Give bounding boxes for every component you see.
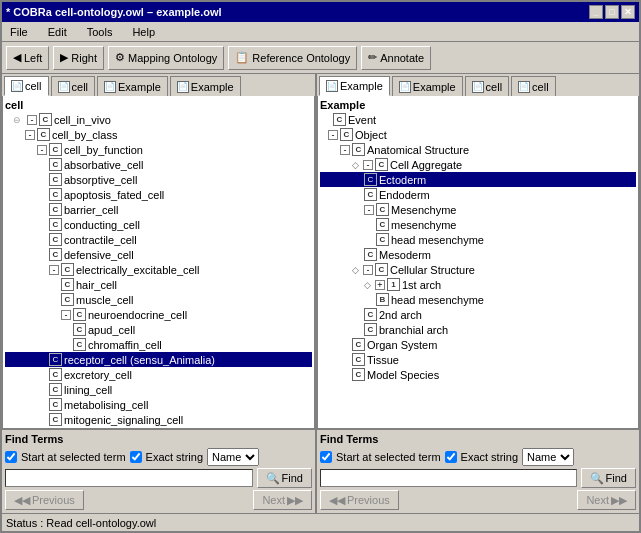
list-item[interactable]: C Tissue — [320, 352, 636, 367]
right-tab-icon-3: 📄 — [518, 81, 530, 93]
list-item[interactable]: C defensive_cell — [5, 247, 312, 262]
list-item[interactable]: B head mesenchyme — [320, 292, 636, 307]
list-item[interactable]: C Event — [320, 112, 636, 127]
right-name-select[interactable]: Name — [522, 448, 574, 466]
list-item[interactable]: C Organ System — [320, 337, 636, 352]
list-item[interactable]: C Mesoderm — [320, 247, 636, 262]
close-button[interactable]: ✕ — [621, 5, 635, 19]
list-item[interactable]: - C cell_by_class — [5, 127, 312, 142]
status-text: Status : Read cell-ontology.owl — [6, 517, 156, 529]
tab-icon-0: 📄 — [11, 80, 23, 92]
tab-icon-3: 📄 — [177, 81, 189, 93]
node-icon: C — [376, 203, 389, 216]
left-find-input-row: 🔍 Find — [5, 468, 312, 488]
right-exact-string-checkbox[interactable] — [445, 451, 457, 463]
menu-help[interactable]: Help — [128, 25, 159, 39]
list-item[interactable]: ◇ + 1 1st arch — [320, 277, 636, 292]
minimize-button[interactable]: _ — [589, 5, 603, 19]
menu-edit[interactable]: Edit — [44, 25, 71, 39]
list-item[interactable]: C absorbative_cell — [5, 157, 312, 172]
list-item[interactable]: C head mesenchyme — [320, 232, 636, 247]
list-item[interactable]: C apud_cell — [5, 322, 312, 337]
expand-icon[interactable]: - — [27, 115, 37, 125]
list-item[interactable]: C conducting_cell — [5, 217, 312, 232]
expand-icon[interactable]: - — [49, 265, 59, 275]
right-tree[interactable]: Example C Event - C Object - C — [317, 96, 639, 429]
mapping-ontology-button[interactable]: ⚙ Mapping Ontology — [108, 46, 224, 70]
left-tree[interactable]: cell ⊖ - C cell_in_vivo - C cell_by_clas… — [2, 96, 315, 429]
list-item[interactable]: ◇ - C Cellular Structure — [320, 262, 636, 277]
left-name-select[interactable]: Name — [207, 448, 259, 466]
left-find-button[interactable]: 🔍 Find — [257, 468, 312, 488]
right-tab-2[interactable]: 📄 cell — [465, 76, 510, 96]
list-item[interactable]: C hair_cell — [5, 277, 312, 292]
right-prev-arrow-icon: ◀◀ — [329, 494, 345, 507]
right-tab-1[interactable]: 📄 Example — [392, 76, 463, 96]
left-previous-button[interactable]: ◀◀ Previous — [5, 490, 84, 510]
reference-ontology-button[interactable]: 📋 Reference Ontology — [228, 46, 357, 70]
list-item[interactable]: C Ectoderm — [320, 172, 636, 187]
list-item[interactable]: C apoptosis_fated_cell — [5, 187, 312, 202]
menu-file[interactable]: File — [6, 25, 32, 39]
list-item[interactable]: C mitogenic_signaling_cell — [5, 412, 312, 427]
left-next-button[interactable]: Next ▶▶ — [253, 490, 312, 510]
list-item[interactable]: C mesenchyme — [320, 217, 636, 232]
list-item[interactable]: ◇ - C Cell Aggregate — [320, 157, 636, 172]
node-icon: C — [73, 308, 86, 321]
left-start-at-selected-checkbox[interactable] — [5, 451, 17, 463]
left-search-input[interactable] — [5, 469, 253, 487]
right-tab-0[interactable]: 📄 Example — [319, 76, 390, 96]
list-item[interactable]: C receptor_cell (sensu_Animalia) — [5, 352, 312, 367]
list-item[interactable]: C absorptive_cell — [5, 172, 312, 187]
list-item[interactable]: - C cell_by_function — [5, 142, 312, 157]
right-start-at-selected-checkbox[interactable] — [320, 451, 332, 463]
tree-root-right: Example — [320, 98, 636, 112]
right-search-input[interactable] — [320, 469, 577, 487]
list-item[interactable]: - C neuroendocrine_cell — [5, 307, 312, 322]
expand-icon[interactable]: - — [328, 130, 338, 140]
expand-icon[interactable]: - — [61, 310, 71, 320]
right-previous-button[interactable]: ◀◀ Previous — [320, 490, 399, 510]
list-item[interactable]: C chromaffin_cell — [5, 337, 312, 352]
tree-root-left: cell — [5, 98, 312, 112]
node-icon: 1 — [387, 278, 400, 291]
node-icon: C — [49, 368, 62, 381]
right-tab-3[interactable]: 📄 cell — [511, 76, 556, 96]
left-tab-3[interactable]: 📄 Example — [170, 76, 241, 96]
list-item[interactable]: - C Anatomical Structure — [320, 142, 636, 157]
list-item[interactable]: - C electrically_excitable_cell — [5, 262, 312, 277]
right-next-button[interactable]: Next ▶▶ — [577, 490, 636, 510]
list-item[interactable]: C barrier_cell — [5, 202, 312, 217]
expand-icon[interactable]: - — [363, 265, 373, 275]
list-item[interactable]: C contractile_cell — [5, 232, 312, 247]
expand-icon[interactable]: - — [37, 145, 47, 155]
maximize-button[interactable]: □ — [605, 5, 619, 19]
expand-icon[interactable]: - — [363, 160, 373, 170]
expand-icon[interactable]: - — [25, 130, 35, 140]
expand-icon[interactable]: - — [340, 145, 350, 155]
left-tab-1[interactable]: 📄 cell — [51, 76, 96, 96]
right-button[interactable]: ▶ Right — [53, 46, 104, 70]
list-item[interactable]: C branchial arch — [320, 322, 636, 337]
list-item[interactable]: C lining_cell — [5, 382, 312, 397]
expand-icon[interactable]: + — [375, 280, 385, 290]
list-item[interactable]: - C Object — [320, 127, 636, 142]
expand-icon[interactable]: - — [364, 205, 374, 215]
list-item[interactable]: - C Mesenchyme — [320, 202, 636, 217]
list-item[interactable]: C excretory_cell — [5, 367, 312, 382]
left-exact-string-checkbox[interactable] — [130, 451, 142, 463]
list-item[interactable]: C Endoderm — [320, 187, 636, 202]
menu-tools[interactable]: Tools — [83, 25, 117, 39]
node-icon: C — [73, 323, 86, 336]
list-item[interactable]: ⊖ - C cell_in_vivo — [5, 112, 312, 127]
list-item[interactable]: C muscle_cell — [5, 292, 312, 307]
list-item[interactable]: C metabolising_cell — [5, 397, 312, 412]
left-tab-0[interactable]: 📄 cell — [4, 76, 49, 96]
list-item[interactable]: C Model Species — [320, 367, 636, 382]
right-find-button[interactable]: 🔍 Find — [581, 468, 636, 488]
annotate-button[interactable]: ✏ Annotate — [361, 46, 431, 70]
left-button[interactable]: ◀ Left — [6, 46, 49, 70]
left-find-terms: Find Terms Start at selected term Exact … — [2, 429, 315, 513]
list-item[interactable]: C 2nd arch — [320, 307, 636, 322]
left-tab-2[interactable]: 📄 Example — [97, 76, 168, 96]
